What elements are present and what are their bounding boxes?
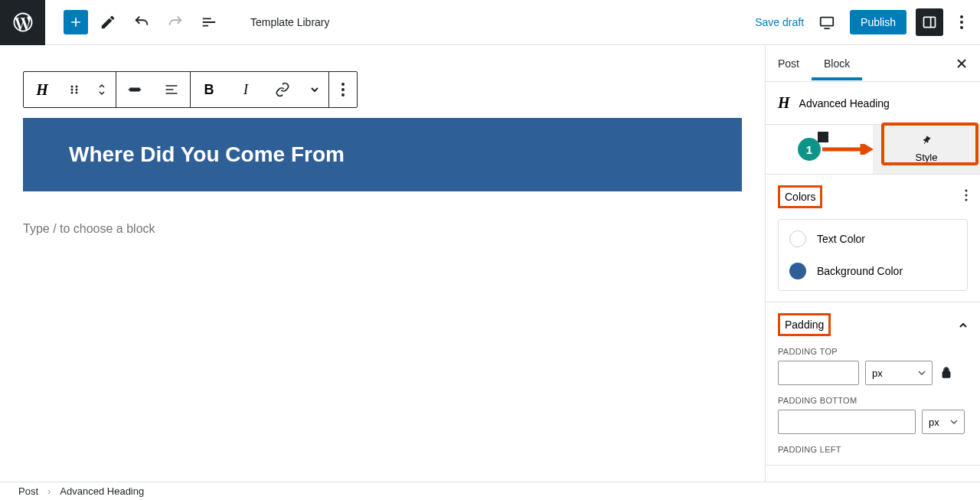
colors-panel: Colors Text Color Background Color bbox=[766, 175, 980, 302]
add-block-button[interactable] bbox=[64, 10, 88, 34]
svg-point-11 bbox=[76, 92, 78, 94]
block-card: H Advanced Heading bbox=[766, 82, 980, 125]
redo-icon bbox=[167, 14, 184, 31]
chevron-down-icon bbox=[950, 420, 958, 424]
italic-icon: I bbox=[243, 82, 248, 98]
background-color-label: Background Color bbox=[817, 265, 903, 277]
wordpress-icon bbox=[11, 11, 34, 34]
padding-lock-button[interactable] bbox=[939, 365, 954, 381]
block-toolbar: H B I bbox=[23, 71, 358, 108]
settings-sidebar: Post Block H Advanced Heading Style Colo… bbox=[765, 45, 980, 482]
colors-options-button[interactable] bbox=[965, 189, 968, 204]
padding-top-input[interactable] bbox=[778, 361, 859, 385]
link-button[interactable] bbox=[264, 72, 301, 107]
padding-panel: Padding PADDING TOP px PADDING BOTTOM px bbox=[766, 302, 980, 466]
text-align-button[interactable] bbox=[153, 72, 190, 107]
advanced-heading-icon: H bbox=[36, 81, 48, 99]
plus-icon bbox=[68, 15, 83, 30]
drag-icon bbox=[69, 84, 80, 95]
padding-bottom-label: PADDING BOTTOM bbox=[778, 396, 968, 405]
align-left-icon bbox=[164, 82, 179, 97]
template-library-link[interactable]: Template Library bbox=[250, 16, 330, 28]
bold-button[interactable]: B bbox=[191, 72, 227, 107]
arrow-icon bbox=[822, 144, 876, 155]
svg-point-7 bbox=[76, 86, 78, 88]
svg-point-17 bbox=[965, 199, 968, 201]
svg-point-3 bbox=[960, 15, 963, 18]
svg-point-5 bbox=[960, 26, 963, 29]
preview-button[interactable] bbox=[813, 8, 841, 36]
padding-bottom-unit-select[interactable]: px bbox=[922, 410, 965, 434]
advanced-heading-block[interactable]: Where Did You Come From bbox=[23, 118, 742, 191]
wp-logo[interactable] bbox=[0, 0, 45, 45]
more-formatting-button[interactable] bbox=[301, 72, 328, 107]
undo-button[interactable] bbox=[128, 8, 155, 36]
svg-point-8 bbox=[71, 89, 74, 91]
chevron-up-icon bbox=[959, 322, 968, 328]
breadcrumb-footer: Post › Advanced Heading bbox=[0, 482, 980, 500]
breadcrumb-post[interactable]: Post bbox=[18, 485, 38, 497]
background-color-control[interactable]: Background Color bbox=[789, 255, 956, 287]
svg-point-15 bbox=[965, 190, 968, 192]
padding-bottom-input[interactable] bbox=[778, 410, 916, 434]
desktop-icon bbox=[818, 14, 835, 31]
list-icon bbox=[201, 14, 217, 31]
unlock-icon bbox=[940, 367, 952, 379]
tab-post[interactable]: Post bbox=[766, 47, 812, 80]
colors-panel-title: Colors bbox=[778, 185, 822, 208]
text-color-control[interactable]: Text Color bbox=[789, 223, 956, 255]
editor-topbar: Template Library Save draft Publish bbox=[0, 0, 980, 45]
block-options-button[interactable] bbox=[329, 72, 357, 107]
text-color-label: Text Color bbox=[817, 233, 865, 245]
svg-point-10 bbox=[71, 92, 74, 94]
advanced-heading-icon: H bbox=[778, 94, 790, 112]
tab-style[interactable]: Style bbox=[873, 125, 980, 174]
padding-top-unit-select[interactable]: px bbox=[865, 361, 933, 385]
svg-point-14 bbox=[341, 93, 345, 96]
link-icon bbox=[275, 82, 290, 97]
tab-style-label: Style bbox=[873, 152, 980, 163]
drag-handle[interactable] bbox=[60, 72, 88, 107]
padding-collapse-button[interactable] bbox=[959, 318, 968, 332]
padding-panel-title: Padding bbox=[778, 313, 831, 336]
tools-button[interactable] bbox=[94, 8, 122, 36]
tab-block[interactable]: Block bbox=[812, 47, 862, 80]
block-appender[interactable]: Type / to choose a block bbox=[23, 222, 742, 236]
align-button[interactable] bbox=[116, 72, 153, 107]
annotation-step-1: 1 bbox=[798, 138, 876, 161]
breadcrumb-block[interactable]: Advanced Heading bbox=[60, 485, 144, 497]
sidebar-tabs: Post Block bbox=[766, 45, 980, 82]
document-overview-button[interactable] bbox=[195, 8, 223, 36]
padding-top-label: PADDING TOP bbox=[778, 347, 968, 356]
svg-point-4 bbox=[960, 21, 963, 24]
publish-button[interactable]: Publish bbox=[850, 10, 906, 34]
redo-button[interactable] bbox=[162, 8, 189, 36]
more-vertical-icon bbox=[965, 189, 968, 201]
svg-point-13 bbox=[341, 88, 345, 91]
settings-toggle-button[interactable] bbox=[916, 8, 943, 36]
text-color-swatch bbox=[789, 230, 806, 247]
options-button[interactable] bbox=[952, 8, 971, 36]
svg-point-12 bbox=[341, 83, 345, 86]
bold-icon: B bbox=[204, 82, 214, 98]
sidebar-icon bbox=[922, 15, 937, 30]
more-vertical-icon bbox=[341, 83, 345, 96]
edit-icon bbox=[100, 14, 116, 31]
block-title: Advanced Heading bbox=[799, 97, 890, 109]
svg-rect-0 bbox=[821, 18, 834, 26]
padding-left-label: PADDING LEFT bbox=[778, 445, 968, 454]
align-wide-icon bbox=[127, 82, 142, 97]
block-type-button[interactable]: H bbox=[24, 72, 60, 107]
more-vertical-icon bbox=[960, 15, 963, 29]
chevron-down-icon bbox=[918, 371, 926, 375]
svg-point-16 bbox=[965, 194, 968, 197]
svg-point-9 bbox=[76, 89, 78, 91]
move-buttons[interactable] bbox=[88, 72, 116, 107]
editor-canvas: H B I Where Did You Come From Type / bbox=[0, 45, 765, 482]
save-draft-button[interactable]: Save draft bbox=[755, 16, 804, 28]
breadcrumb-separator: › bbox=[47, 485, 51, 497]
heading-text: Where Did You Come From bbox=[69, 142, 696, 167]
close-panel-button[interactable] bbox=[952, 54, 971, 73]
close-icon bbox=[956, 57, 968, 70]
italic-button[interactable]: I bbox=[227, 72, 264, 107]
